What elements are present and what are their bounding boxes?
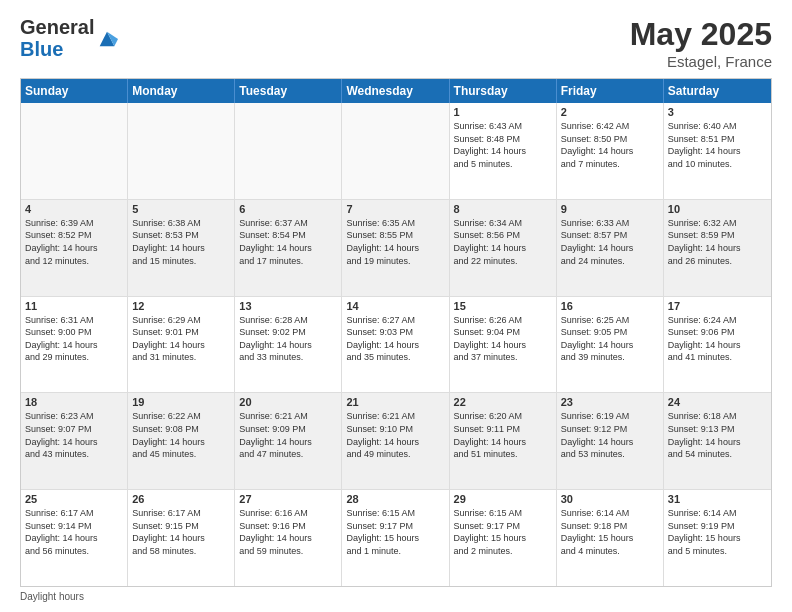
cal-cell-day-27: 27Sunrise: 6:16 AMSunset: 9:16 PMDayligh… xyxy=(235,490,342,586)
cal-cell-day-14: 14Sunrise: 6:27 AMSunset: 9:03 PMDayligh… xyxy=(342,297,449,393)
cal-cell-day-13: 13Sunrise: 6:28 AMSunset: 9:02 PMDayligh… xyxy=(235,297,342,393)
cal-week-5: 25Sunrise: 6:17 AMSunset: 9:14 PMDayligh… xyxy=(21,490,771,586)
title-section: May 2025 Estagel, France xyxy=(630,16,772,70)
day-number: 4 xyxy=(25,203,123,215)
cal-cell-day-31: 31Sunrise: 6:14 AMSunset: 9:19 PMDayligh… xyxy=(664,490,771,586)
day-number: 18 xyxy=(25,396,123,408)
cal-cell-day-10: 10Sunrise: 6:32 AMSunset: 8:59 PMDayligh… xyxy=(664,200,771,296)
footer-note: Daylight hours xyxy=(20,591,772,602)
logo-general: General xyxy=(20,16,94,38)
day-info: Sunrise: 6:31 AMSunset: 9:00 PMDaylight:… xyxy=(25,314,123,364)
day-number: 23 xyxy=(561,396,659,408)
day-info: Sunrise: 6:24 AMSunset: 9:06 PMDaylight:… xyxy=(668,314,767,364)
cal-header-wednesday: Wednesday xyxy=(342,79,449,103)
month-year: May 2025 xyxy=(630,16,772,53)
day-info: Sunrise: 6:37 AMSunset: 8:54 PMDaylight:… xyxy=(239,217,337,267)
cal-header-friday: Friday xyxy=(557,79,664,103)
day-info: Sunrise: 6:21 AMSunset: 9:09 PMDaylight:… xyxy=(239,410,337,460)
day-number: 14 xyxy=(346,300,444,312)
cal-cell-day-24: 24Sunrise: 6:18 AMSunset: 9:13 PMDayligh… xyxy=(664,393,771,489)
day-info: Sunrise: 6:40 AMSunset: 8:51 PMDaylight:… xyxy=(668,120,767,170)
day-number: 19 xyxy=(132,396,230,408)
day-number: 5 xyxy=(132,203,230,215)
day-info: Sunrise: 6:43 AMSunset: 8:48 PMDaylight:… xyxy=(454,120,552,170)
day-info: Sunrise: 6:18 AMSunset: 9:13 PMDaylight:… xyxy=(668,410,767,460)
day-info: Sunrise: 6:26 AMSunset: 9:04 PMDaylight:… xyxy=(454,314,552,364)
logo: General Blue xyxy=(20,16,118,60)
cal-week-2: 4Sunrise: 6:39 AMSunset: 8:52 PMDaylight… xyxy=(21,200,771,297)
cal-cell-day-17: 17Sunrise: 6:24 AMSunset: 9:06 PMDayligh… xyxy=(664,297,771,393)
day-info: Sunrise: 6:33 AMSunset: 8:57 PMDaylight:… xyxy=(561,217,659,267)
cal-cell-day-28: 28Sunrise: 6:15 AMSunset: 9:17 PMDayligh… xyxy=(342,490,449,586)
logo-blue: Blue xyxy=(20,38,94,60)
cal-cell-day-21: 21Sunrise: 6:21 AMSunset: 9:10 PMDayligh… xyxy=(342,393,449,489)
day-info: Sunrise: 6:21 AMSunset: 9:10 PMDaylight:… xyxy=(346,410,444,460)
day-info: Sunrise: 6:35 AMSunset: 8:55 PMDaylight:… xyxy=(346,217,444,267)
calendar-body: 1Sunrise: 6:43 AMSunset: 8:48 PMDaylight… xyxy=(21,103,771,586)
cal-cell-empty xyxy=(21,103,128,199)
day-number: 11 xyxy=(25,300,123,312)
day-number: 1 xyxy=(454,106,552,118)
day-info: Sunrise: 6:39 AMSunset: 8:52 PMDaylight:… xyxy=(25,217,123,267)
day-info: Sunrise: 6:15 AMSunset: 9:17 PMDaylight:… xyxy=(454,507,552,557)
day-info: Sunrise: 6:34 AMSunset: 8:56 PMDaylight:… xyxy=(454,217,552,267)
day-number: 21 xyxy=(346,396,444,408)
day-info: Sunrise: 6:38 AMSunset: 8:53 PMDaylight:… xyxy=(132,217,230,267)
day-info: Sunrise: 6:16 AMSunset: 9:16 PMDaylight:… xyxy=(239,507,337,557)
cal-cell-empty xyxy=(128,103,235,199)
cal-cell-day-2: 2Sunrise: 6:42 AMSunset: 8:50 PMDaylight… xyxy=(557,103,664,199)
day-number: 26 xyxy=(132,493,230,505)
location: Estagel, France xyxy=(630,53,772,70)
cal-cell-day-15: 15Sunrise: 6:26 AMSunset: 9:04 PMDayligh… xyxy=(450,297,557,393)
cal-cell-day-8: 8Sunrise: 6:34 AMSunset: 8:56 PMDaylight… xyxy=(450,200,557,296)
day-number: 31 xyxy=(668,493,767,505)
cal-header-monday: Monday xyxy=(128,79,235,103)
cal-cell-day-1: 1Sunrise: 6:43 AMSunset: 8:48 PMDaylight… xyxy=(450,103,557,199)
day-info: Sunrise: 6:14 AMSunset: 9:18 PMDaylight:… xyxy=(561,507,659,557)
cal-week-4: 18Sunrise: 6:23 AMSunset: 9:07 PMDayligh… xyxy=(21,393,771,490)
day-number: 17 xyxy=(668,300,767,312)
cal-header-tuesday: Tuesday xyxy=(235,79,342,103)
cal-cell-day-30: 30Sunrise: 6:14 AMSunset: 9:18 PMDayligh… xyxy=(557,490,664,586)
cal-cell-day-23: 23Sunrise: 6:19 AMSunset: 9:12 PMDayligh… xyxy=(557,393,664,489)
day-number: 28 xyxy=(346,493,444,505)
day-number: 20 xyxy=(239,396,337,408)
day-info: Sunrise: 6:15 AMSunset: 9:17 PMDaylight:… xyxy=(346,507,444,557)
cal-cell-empty xyxy=(235,103,342,199)
cal-cell-day-7: 7Sunrise: 6:35 AMSunset: 8:55 PMDaylight… xyxy=(342,200,449,296)
day-info: Sunrise: 6:14 AMSunset: 9:19 PMDaylight:… xyxy=(668,507,767,557)
day-info: Sunrise: 6:17 AMSunset: 9:14 PMDaylight:… xyxy=(25,507,123,557)
cal-cell-day-12: 12Sunrise: 6:29 AMSunset: 9:01 PMDayligh… xyxy=(128,297,235,393)
cal-cell-day-9: 9Sunrise: 6:33 AMSunset: 8:57 PMDaylight… xyxy=(557,200,664,296)
day-number: 16 xyxy=(561,300,659,312)
calendar-header: SundayMondayTuesdayWednesdayThursdayFrid… xyxy=(21,79,771,103)
cal-cell-empty xyxy=(342,103,449,199)
logo-icon xyxy=(96,28,118,50)
day-info: Sunrise: 6:28 AMSunset: 9:02 PMDaylight:… xyxy=(239,314,337,364)
day-info: Sunrise: 6:29 AMSunset: 9:01 PMDaylight:… xyxy=(132,314,230,364)
cal-header-thursday: Thursday xyxy=(450,79,557,103)
day-number: 25 xyxy=(25,493,123,505)
cal-cell-day-4: 4Sunrise: 6:39 AMSunset: 8:52 PMDaylight… xyxy=(21,200,128,296)
cal-cell-day-20: 20Sunrise: 6:21 AMSunset: 9:09 PMDayligh… xyxy=(235,393,342,489)
day-number: 12 xyxy=(132,300,230,312)
day-number: 29 xyxy=(454,493,552,505)
day-number: 6 xyxy=(239,203,337,215)
day-number: 2 xyxy=(561,106,659,118)
day-info: Sunrise: 6:42 AMSunset: 8:50 PMDaylight:… xyxy=(561,120,659,170)
page: General Blue May 2025 Estagel, France Su… xyxy=(0,0,792,612)
day-number: 24 xyxy=(668,396,767,408)
calendar: SundayMondayTuesdayWednesdayThursdayFrid… xyxy=(20,78,772,587)
daylight-label: Daylight hours xyxy=(20,591,84,602)
cal-cell-day-26: 26Sunrise: 6:17 AMSunset: 9:15 PMDayligh… xyxy=(128,490,235,586)
cal-cell-day-6: 6Sunrise: 6:37 AMSunset: 8:54 PMDaylight… xyxy=(235,200,342,296)
day-number: 22 xyxy=(454,396,552,408)
cal-cell-day-11: 11Sunrise: 6:31 AMSunset: 9:00 PMDayligh… xyxy=(21,297,128,393)
day-info: Sunrise: 6:27 AMSunset: 9:03 PMDaylight:… xyxy=(346,314,444,364)
cal-cell-day-3: 3Sunrise: 6:40 AMSunset: 8:51 PMDaylight… xyxy=(664,103,771,199)
cal-cell-day-22: 22Sunrise: 6:20 AMSunset: 9:11 PMDayligh… xyxy=(450,393,557,489)
cal-header-sunday: Sunday xyxy=(21,79,128,103)
day-info: Sunrise: 6:22 AMSunset: 9:08 PMDaylight:… xyxy=(132,410,230,460)
day-info: Sunrise: 6:25 AMSunset: 9:05 PMDaylight:… xyxy=(561,314,659,364)
cal-cell-day-18: 18Sunrise: 6:23 AMSunset: 9:07 PMDayligh… xyxy=(21,393,128,489)
